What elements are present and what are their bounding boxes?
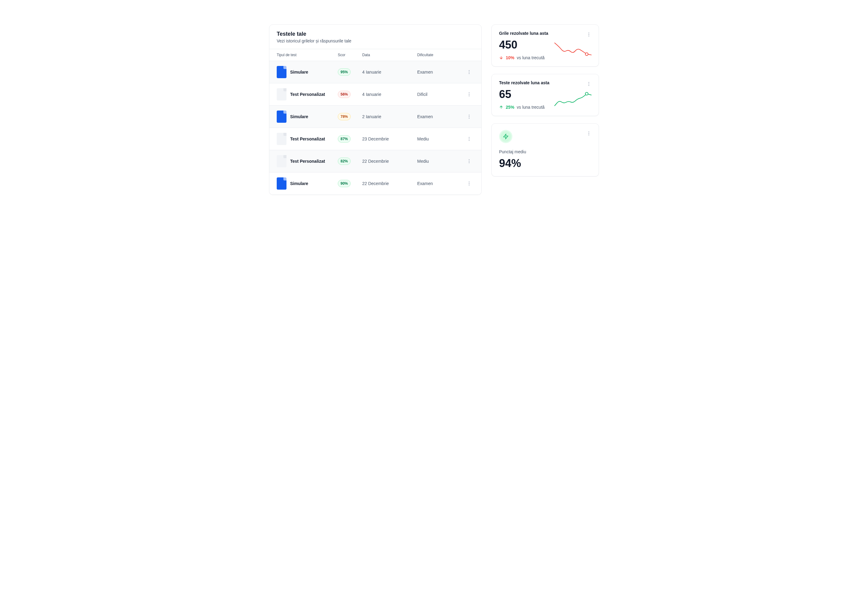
more-vertical-icon — [586, 81, 591, 86]
card-grile-trend-vs: vs luna trecută — [517, 55, 545, 60]
more-vertical-icon — [466, 92, 472, 97]
row-difficulty: Dificil — [417, 92, 459, 97]
card-teste-trend: 25% vs luna trecută — [499, 105, 545, 110]
svg-point-1 — [469, 72, 470, 73]
col-type: Tipul de test — [277, 53, 338, 57]
more-vertical-icon — [466, 181, 472, 186]
svg-point-29 — [589, 133, 589, 134]
card-teste-trend-vs: vs luna trecută — [517, 105, 545, 110]
score-badge: 82% — [338, 158, 351, 165]
card-teste-menu-button[interactable] — [584, 79, 594, 89]
card-punctaj-menu-button[interactable] — [584, 128, 594, 138]
row-date: 23 Decembrie — [362, 136, 417, 142]
arrow-up-icon — [499, 105, 503, 109]
card-grile: Grile rezolvate luna asta 450 10% vs lun… — [492, 24, 599, 66]
row-menu-button[interactable] — [464, 90, 474, 99]
card-teste: Teste rezolvate luna asta 65 25% vs luna… — [492, 74, 599, 116]
card-teste-trend-pct: 25% — [506, 105, 514, 110]
row-difficulty: Mediu — [417, 136, 459, 142]
card-punctaj-value: 94% — [499, 156, 592, 170]
svg-point-6 — [469, 115, 470, 116]
table-row[interactable]: Simulare78%2 IanuarieExamen — [269, 106, 481, 128]
tests-table-body: Simulare95%4 IanuarieExamenTest Personal… — [269, 61, 481, 195]
card-grile-sparkline — [554, 41, 592, 60]
tests-title: Testele tale — [277, 31, 474, 37]
svg-point-5 — [469, 96, 470, 96]
svg-point-14 — [469, 162, 470, 163]
row-menu-button[interactable] — [464, 179, 474, 188]
document-icon — [277, 66, 286, 78]
svg-point-23 — [589, 82, 589, 83]
row-type-label: Test Personalizat — [290, 136, 325, 142]
card-grile-trend-pct: 10% — [506, 55, 514, 60]
tests-table-head: Tipul de test Scor Data Dificultate — [269, 49, 481, 61]
svg-point-3 — [469, 93, 470, 93]
document-icon — [277, 177, 286, 190]
svg-point-18 — [589, 32, 589, 34]
document-icon — [277, 133, 286, 145]
table-row[interactable]: Simulare90%22 DecembrieExamen — [269, 173, 481, 195]
svg-point-24 — [589, 84, 589, 84]
table-row[interactable]: Test Personalizat82%22 DecembrieMediu — [269, 150, 481, 173]
card-teste-value: 65 — [499, 88, 545, 101]
document-icon — [277, 88, 286, 100]
row-type-label: Test Personalizat — [290, 92, 325, 97]
row-menu-button[interactable] — [464, 112, 474, 121]
card-grile-menu-button[interactable] — [584, 30, 594, 39]
row-menu-button[interactable] — [464, 156, 474, 166]
document-icon — [277, 111, 286, 123]
card-grile-title: Grile rezolvate luna asta — [499, 31, 592, 36]
svg-marker-31 — [503, 134, 508, 139]
svg-point-27 — [586, 92, 588, 95]
row-type-label: Simulare — [290, 181, 308, 186]
arrow-down-icon — [499, 56, 503, 60]
svg-point-15 — [469, 181, 470, 183]
tests-header: Testele tale Vezi istoricul grilelor și … — [269, 25, 481, 49]
document-icon — [277, 155, 286, 167]
svg-point-13 — [469, 161, 470, 162]
metrics-sidebar: Grile rezolvate luna asta 450 10% vs lun… — [492, 24, 599, 195]
row-date: 4 Ianuarie — [362, 69, 417, 75]
row-date: 22 Decembrie — [362, 181, 417, 186]
tests-panel: Testele tale Vezi istoricul grilelor și … — [269, 24, 482, 195]
card-punctaj: Punctaj mediu 94% — [492, 123, 599, 177]
row-difficulty: Mediu — [417, 159, 459, 164]
card-grile-trend: 10% vs luna trecută — [499, 55, 545, 60]
card-teste-sparkline — [554, 90, 592, 110]
col-difficulty: Dificultate — [417, 53, 459, 57]
table-row[interactable]: Simulare95%4 IanuarieExamen — [269, 61, 481, 83]
row-menu-button[interactable] — [464, 134, 474, 144]
more-vertical-icon — [466, 159, 472, 164]
row-type-label: Test Personalizat — [290, 159, 325, 164]
row-difficulty: Examen — [417, 69, 459, 75]
more-vertical-icon — [586, 32, 591, 37]
tests-subtitle: Vezi istoricul grilelor și răspunsurile … — [277, 38, 474, 43]
table-row[interactable]: Test Personalizat87%23 DecembrieMediu — [269, 128, 481, 150]
svg-point-8 — [469, 118, 470, 119]
row-type-label: Simulare — [290, 114, 308, 119]
col-date: Data — [362, 53, 417, 57]
more-vertical-icon — [466, 69, 472, 75]
svg-point-0 — [469, 70, 470, 71]
svg-point-9 — [469, 137, 470, 138]
row-type-label: Simulare — [290, 69, 308, 75]
row-date: 4 Ianuarie — [362, 92, 417, 97]
card-teste-title: Teste rezolvate luna asta — [499, 80, 592, 85]
score-badge: 90% — [338, 180, 351, 187]
card-punctaj-label: Punctaj mediu — [499, 149, 592, 154]
more-vertical-icon — [466, 114, 472, 119]
row-difficulty: Examen — [417, 114, 459, 119]
svg-point-30 — [589, 135, 589, 136]
row-menu-button[interactable] — [464, 67, 474, 77]
card-grile-value: 450 — [499, 38, 545, 52]
row-date: 2 Ianuarie — [362, 114, 417, 119]
row-date: 22 Decembrie — [362, 159, 417, 164]
more-vertical-icon — [586, 131, 591, 136]
svg-point-11 — [469, 140, 470, 141]
svg-point-22 — [586, 53, 588, 56]
svg-point-7 — [469, 117, 470, 117]
table-row[interactable]: Test Personalizat56%4 IanuarieDificil — [269, 83, 481, 106]
zap-icon — [499, 130, 512, 143]
score-badge: 56% — [338, 91, 351, 98]
svg-point-12 — [469, 159, 470, 160]
